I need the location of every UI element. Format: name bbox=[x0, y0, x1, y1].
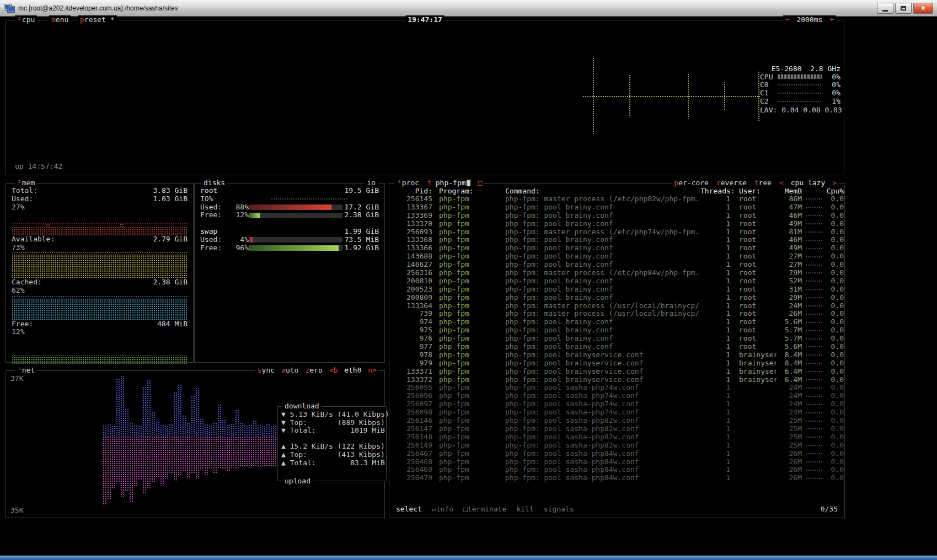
sort-prev-button[interactable]: < bbox=[779, 179, 784, 187]
disks-box: disks io root 19.5 GiB IO% Used:88% 17.2… bbox=[194, 183, 385, 363]
process-row[interactable]: 256096php-fpmphp-fpm: pool sasha-php74w.… bbox=[389, 392, 844, 400]
sort-next-button[interactable]: > bbox=[832, 179, 837, 187]
process-row[interactable]: 256146php-fpmphp-fpm: pool sasha-php82w.… bbox=[389, 417, 844, 425]
zero-button[interactable]: zero bbox=[305, 366, 322, 375]
filter-clear-icon[interactable]: □ bbox=[478, 179, 483, 187]
disks-box-title[interactable]: disks bbox=[201, 179, 227, 187]
process-row[interactable]: 133368php-fpmphp-fpm: pool brainy.conf1r… bbox=[389, 236, 844, 244]
per-core-button[interactable]: per-core bbox=[674, 179, 709, 187]
process-mem-sparkline bbox=[805, 239, 823, 241]
text-cursor bbox=[467, 180, 470, 186]
process-row[interactable]: 256145php-fpmphp-fpm: master process (/e… bbox=[389, 195, 844, 203]
process-row[interactable]: 256097php-fpmphp-fpm: pool sasha-php74w.… bbox=[389, 400, 844, 408]
terminate-button[interactable]: □terminate bbox=[463, 505, 506, 513]
process-row[interactable]: 974php-fpmphp-fpm: pool brainy.conf1root… bbox=[389, 318, 844, 326]
process-row[interactable]: 256148php-fpmphp-fpm: pool sasha-php82w.… bbox=[389, 433, 844, 441]
io-tab[interactable]: io bbox=[365, 179, 378, 187]
disk-swap-free-row: Free:96% 1.92 GiB bbox=[200, 244, 379, 252]
process-row[interactable]: 976php-fpmphp-fpm: pool brainy.conf1root… bbox=[389, 335, 844, 343]
process-row[interactable]: 977php-fpmphp-fpm: pool brainy.conf1root… bbox=[389, 343, 844, 351]
process-row[interactable]: 256467php-fpmphp-fpm: pool sasha-php84w.… bbox=[389, 450, 844, 458]
process-filter-input[interactable]: f php-fpm bbox=[427, 179, 470, 187]
process-row[interactable]: 200523php-fpmphp-fpm: pool brainy.conf1r… bbox=[389, 286, 844, 294]
mem-cached-graph bbox=[12, 295, 188, 320]
process-row[interactable]: 256147php-fpmphp-fpm: pool sasha-php82w.… bbox=[389, 425, 844, 433]
proc-controls: per-core reverse tree < cpu lazy > bbox=[672, 179, 839, 187]
minimize-icon bbox=[882, 10, 888, 12]
process-row[interactable]: 256468php-fpmphp-fpm: pool sasha-php84w.… bbox=[389, 458, 844, 466]
process-row[interactable]: 133366php-fpmphp-fpm: pool brainy.conf1r… bbox=[389, 244, 844, 252]
cpu-model: E5-2680 2.8 GHz bbox=[760, 64, 840, 73]
selection-counter: 0/35 bbox=[821, 505, 838, 513]
process-mem-sparkline bbox=[805, 330, 823, 332]
mem-total-row: Total:3.83 GiB bbox=[12, 187, 188, 195]
process-row[interactable]: 256149php-fpmphp-fpm: pool sasha-php82w.… bbox=[389, 441, 844, 450]
process-row[interactable]: 739php-fpmphp-fpm: master process (/usr/… bbox=[389, 310, 844, 318]
kill-button[interactable]: kill bbox=[516, 505, 533, 513]
process-row[interactable]: 200809php-fpmphp-fpm: pool brainy.conf1r… bbox=[389, 294, 844, 302]
disk-swap-used-meter bbox=[249, 237, 342, 243]
process-row[interactable]: 979php-fpmphp-fpm: pool brainyservice.co… bbox=[389, 359, 844, 368]
process-row[interactable]: 133369php-fpmphp-fpm: pool brainy.conf1r… bbox=[389, 212, 844, 220]
process-table-header: Pid: Program: Command: Threads: User: Me… bbox=[389, 187, 844, 195]
disk-root-row: root 19.5 GiB bbox=[200, 187, 379, 195]
process-row[interactable]: 256093php-fpmphp-fpm: master process (/e… bbox=[389, 228, 844, 236]
mem-available-row: Available:2.79 GiB bbox=[12, 235, 188, 244]
mem-used-graph bbox=[12, 211, 188, 235]
interface-prev-button[interactable]: <b bbox=[329, 366, 338, 374]
process-row[interactable]: 256095php-fpmphp-fpm: pool sasha-php74w.… bbox=[389, 384, 844, 392]
menu-button[interactable]: menu bbox=[49, 15, 71, 24]
process-row[interactable]: 133364php-fpmphp-fpm: master process (/u… bbox=[389, 302, 844, 310]
maximize-button[interactable] bbox=[895, 3, 912, 14]
select-button[interactable]: select bbox=[396, 505, 422, 513]
titlebar[interactable]: mc [root@a202.itdeveloper.com.ua]:/home/… bbox=[0, 0, 937, 17]
interface-next-button[interactable]: n> bbox=[368, 366, 377, 374]
process-mem-sparkline bbox=[805, 247, 823, 250]
mem-free-pct: 12% bbox=[12, 328, 188, 336]
process-row[interactable]: 256316php-fpmphp-fpm: master process (/e… bbox=[389, 269, 844, 277]
process-row[interactable]: 256470php-fpmphp-fpm: pool sasha-php84w.… bbox=[389, 474, 844, 482]
download-label: download bbox=[282, 402, 322, 411]
process-row[interactable]: 256098php-fpmphp-fpm: pool sasha-php74w.… bbox=[389, 408, 844, 417]
process-mem-sparkline bbox=[805, 477, 823, 480]
minimize-button[interactable] bbox=[877, 3, 893, 14]
info-button[interactable]: ↵info bbox=[432, 505, 453, 513]
process-row[interactable]: 133367php-fpmphp-fpm: pool brainy.conf1r… bbox=[389, 203, 844, 212]
process-row[interactable]: 975php-fpmphp-fpm: pool brainy.conf1root… bbox=[389, 326, 844, 335]
process-row[interactable]: 143688php-fpmphp-fpm: pool brainy.conf1r… bbox=[389, 252, 844, 261]
signals-button[interactable]: signals bbox=[544, 505, 574, 513]
process-mem-sparkline bbox=[805, 214, 823, 217]
disk-root-used-row: Used:88% 17.2 GiB bbox=[200, 203, 379, 212]
mem-free-graph bbox=[12, 336, 188, 364]
process-row[interactable]: 133372php-fpmphp-fpm: pool brainyservice… bbox=[389, 376, 844, 384]
sync-button[interactable]: sync bbox=[258, 366, 275, 375]
tree-button[interactable]: tree bbox=[754, 179, 772, 187]
load-average: LAV: 0.04 0.08 0.03 bbox=[760, 106, 840, 114]
process-row[interactable]: 146627php-fpmphp-fpm: pool brainy.conf1r… bbox=[389, 261, 844, 269]
process-row[interactable]: 200810php-fpmphp-fpm: pool brainy.conf1r… bbox=[389, 277, 844, 286]
auto-button[interactable]: auto bbox=[281, 366, 298, 375]
proc-footer: select ↵info □terminate kill signals bbox=[396, 505, 574, 513]
reverse-button[interactable]: reverse bbox=[716, 179, 747, 187]
disk-swap-free-meter bbox=[249, 245, 342, 251]
process-mem-sparkline bbox=[805, 370, 823, 373]
proc-box: ⁴proc f php-fpm □ per-core reverse tree … bbox=[389, 183, 845, 518]
preset-button[interactable]: preset * bbox=[78, 15, 117, 24]
disk-io-row: IO% bbox=[200, 195, 379, 203]
process-row[interactable]: 256469php-fpmphp-fpm: pool sasha-php84w.… bbox=[389, 466, 844, 474]
close-button[interactable]: × bbox=[913, 3, 933, 14]
mem-box-title[interactable]: ²mem bbox=[15, 179, 37, 187]
disk-io-sparkline bbox=[271, 198, 348, 200]
process-row[interactable]: 978php-fpmphp-fpm: pool brainyservice.co… bbox=[389, 351, 844, 359]
process-row[interactable]: 133370php-fpmphp-fpm: pool brainy.conf1r… bbox=[389, 220, 844, 228]
net-box-title[interactable]: ³net bbox=[15, 366, 37, 375]
interval-increase-button[interactable]: + bbox=[829, 15, 834, 24]
download-top: ▼ Top: (889 Kibps) bbox=[281, 419, 383, 427]
core-row: C1 0% bbox=[760, 89, 840, 97]
proc-box-title[interactable]: ⁴proc bbox=[397, 179, 419, 187]
process-mem-sparkline bbox=[805, 428, 823, 430]
cpu-box-title[interactable]: ¹cpu bbox=[15, 15, 37, 24]
process-row[interactable]: 133371php-fpmphp-fpm: pool brainyservice… bbox=[389, 368, 844, 376]
window-title: mc [root@a202.itdeveloper.com.ua]:/home/… bbox=[18, 4, 873, 12]
interval-decrease-button[interactable]: − bbox=[785, 15, 790, 24]
